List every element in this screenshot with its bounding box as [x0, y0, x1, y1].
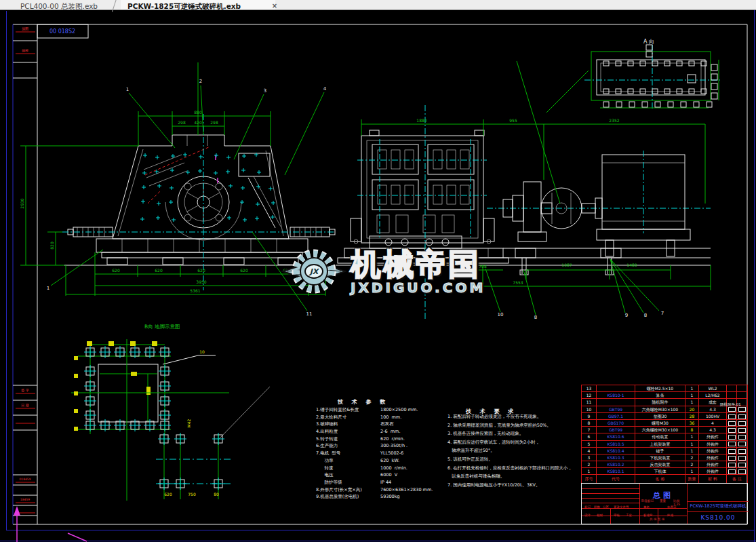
bom-row: 6KS810.6传动装置1外购件: [581, 433, 748, 440]
bom-cell: [727, 448, 737, 454]
bom-cell: 外购件: [699, 441, 727, 448]
bom-cell: KS810.4: [597, 448, 635, 454]
bom-cell: 外购件: [699, 461, 727, 468]
bom-check-box: [728, 442, 736, 446]
margin-strip-field: 日 期: [21, 403, 29, 408]
title-block: 总图 PCKW-1825可逆锤式破碎机 KS810.00 标记处数分区更改文件号…: [581, 483, 748, 524]
bom-row: 5KS810.5上机架装置1外购件: [581, 441, 748, 448]
bom-cell: 六角螺栓M30×100: [635, 427, 685, 433]
bom-cell: GBT99: [597, 406, 635, 413]
balloon-number: 8: [644, 313, 647, 318]
balloon-number: 4: [323, 86, 327, 92]
tech-param-row: 电压6000 V: [316, 472, 435, 480]
tech-req-line: 1. 装配后转子转动必须灵活，不应有卡死现象。: [447, 414, 590, 423]
tech-param-value: 620 r/min.: [380, 436, 405, 442]
bom-cell: 2: [685, 461, 699, 468]
bom-cell: 1: [685, 448, 699, 454]
tech-param-value: 石灰石: [380, 421, 394, 427]
bom-cell: [737, 406, 748, 413]
bom-cell: [727, 441, 737, 448]
bom-header-remark: 备 注: [727, 475, 748, 483]
dimension-label: 420: [194, 120, 202, 125]
bom-cell: 6: [581, 433, 597, 440]
dimension-label: 1087: [561, 263, 572, 267]
tech-param-value: 7600×6361×2830 mm.: [380, 487, 433, 492]
bom-check-box: [728, 421, 736, 426]
bom-check-box: [738, 421, 746, 426]
tech-req-line: 轴承温升不超过50°。: [447, 448, 590, 457]
dimension-label-yellow: 80: [214, 492, 219, 497]
bom-cell: 4: [699, 420, 727, 427]
bom-check-box: [728, 469, 736, 474]
cad-application-window: PCL400-00 总装图.exb PCKW-1825可逆锤式破碎机.exb ×: [0, 0, 756, 542]
title-block-field-label: 设计: [584, 514, 591, 517]
bom-cell: GBT99: [597, 427, 635, 433]
tech-param-value: 6000 V: [380, 472, 397, 478]
bom-row: 4KS810.4锤子1外购件: [581, 448, 748, 454]
balloon-number: 2: [199, 79, 202, 84]
title-block-field-label: 标记: [584, 505, 591, 509]
title-block-field-label: 共 张 第 张: [650, 518, 664, 521]
dimension-label: 298: [178, 120, 186, 125]
bom-cell: [737, 420, 748, 427]
bom-header-no: 序号: [581, 475, 597, 483]
bom-cell: [597, 385, 635, 392]
title-block-field-label: 工艺: [626, 514, 632, 517]
title-block-field-label: 批准: [667, 514, 673, 517]
balloon-number: 11: [306, 311, 313, 317]
tech-param-value: 59300kg: [380, 494, 400, 499]
bom-cell: [737, 448, 748, 454]
bom-cell: 20: [685, 406, 699, 413]
tech-param-label: 8.外形尺寸(长×宽×高): [316, 487, 362, 493]
tech-param-label: 5.转子转速: [316, 436, 338, 442]
bom-header-material: 材 料: [699, 475, 727, 483]
title-block-field-label: 1:25: [673, 503, 680, 506]
tech-param-row: 5.转子转速620 r/min.: [316, 436, 435, 444]
bom-cell: [727, 433, 737, 440]
bom-cell: 锤子: [635, 448, 685, 454]
balloon-number: 1: [47, 286, 49, 291]
bom-cell: GB97.1: [597, 413, 635, 420]
dimension-label-yellow: 10: [199, 349, 205, 354]
tech-param-row: 8.外形尺寸(长×宽×高)7600×6361×2830 mm.: [316, 487, 435, 495]
bom-cell: 1: [685, 399, 699, 406]
bom-check-box: [728, 456, 736, 461]
tech-req-line: 3. 机器各连接件应紧固，无松动现象。: [447, 431, 590, 440]
bom-cell: 11: [581, 399, 597, 406]
balloon-number: 7: [661, 311, 664, 316]
dimension-label-yellow: M42: [186, 419, 191, 427]
tech-param-label: 6.生产能力: [316, 443, 338, 449]
bom-row: 7GBT99六角螺栓M30×10084.3: [581, 427, 748, 433]
bom-cell: 10: [581, 406, 597, 413]
bom-cell: 9: [581, 413, 597, 420]
bom-row: 2KS810.2反击架装置2外购件: [581, 461, 748, 468]
bom-cell: 7: [581, 427, 597, 433]
bom-row: 12KS810-1箅条1L2/H62: [581, 392, 748, 399]
tech-param-row: 6.生产能力300-350t/h .: [316, 443, 435, 450]
a-direction-view: A 向: [584, 39, 720, 110]
bom-check-box: [728, 435, 736, 440]
bom-cell: [737, 433, 748, 440]
tab-pcl400-00[interactable]: PCL400-00 总装图.exb: [15, 0, 119, 9]
bom-cell: 外购件: [699, 454, 727, 461]
tech-param-row: 2.最大给料尺寸100 mm.: [316, 414, 435, 422]
bom-row: 3KS810.3下机架装置2外购件: [581, 454, 748, 461]
bom-cell: WL2: [699, 385, 727, 392]
dimension-label-yellow: 750: [188, 492, 196, 497]
dimension-label: 5361: [190, 288, 200, 293]
tab-close-icon[interactable]: ×: [270, 0, 279, 9]
tech-param-label: 1.锤子回转直径&长度: [316, 407, 359, 413]
dimension-label: 820: [49, 241, 54, 250]
tab-pckw-1825[interactable]: PCKW-1825可逆锤式破碎机.exb: [121, 0, 275, 9]
bom-cell: 箅条: [635, 392, 685, 399]
bom-check-box: [738, 407, 746, 412]
balloon-number: 9: [625, 313, 628, 318]
dimension-label: 2930: [20, 198, 24, 208]
title-block-field-label: 重量: [660, 499, 666, 503]
title-block-field-label: 分区: [603, 505, 609, 509]
tech-param-value: 100 mm.: [380, 414, 401, 420]
tech-param-row: 功率620 kW.: [316, 458, 435, 465]
watermark-brand-text: 机械帝国: [351, 249, 485, 279]
bom-header-code: 代号: [597, 475, 635, 483]
bom-row11-remark: 随机附件.01: [720, 402, 741, 407]
